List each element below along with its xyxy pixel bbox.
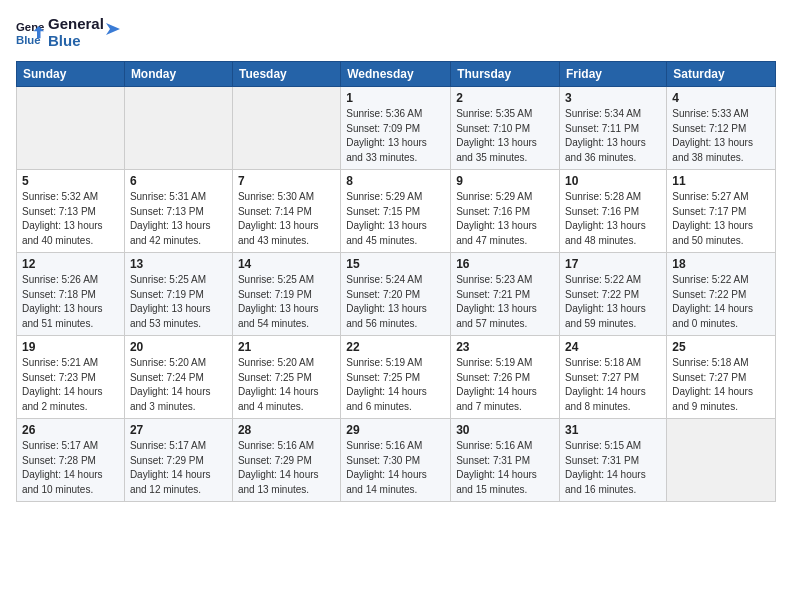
calendar-day-cell: 14Sunrise: 5:25 AM Sunset: 7:19 PM Dayli… <box>232 253 340 336</box>
day-number: 11 <box>672 174 770 188</box>
calendar-day-cell <box>232 87 340 170</box>
day-number: 22 <box>346 340 445 354</box>
day-info: Sunrise: 5:27 AM Sunset: 7:17 PM Dayligh… <box>672 190 770 248</box>
calendar-day-cell: 31Sunrise: 5:15 AM Sunset: 7:31 PM Dayli… <box>560 419 667 502</box>
day-info: Sunrise: 5:25 AM Sunset: 7:19 PM Dayligh… <box>238 273 335 331</box>
day-info: Sunrise: 5:18 AM Sunset: 7:27 PM Dayligh… <box>565 356 661 414</box>
day-number: 20 <box>130 340 227 354</box>
day-info: Sunrise: 5:26 AM Sunset: 7:18 PM Dayligh… <box>22 273 119 331</box>
day-number: 26 <box>22 423 119 437</box>
calendar-day-cell: 22Sunrise: 5:19 AM Sunset: 7:25 PM Dayli… <box>341 336 451 419</box>
day-info: Sunrise: 5:23 AM Sunset: 7:21 PM Dayligh… <box>456 273 554 331</box>
weekday-header-cell: Wednesday <box>341 62 451 87</box>
day-number: 29 <box>346 423 445 437</box>
day-info: Sunrise: 5:24 AM Sunset: 7:20 PM Dayligh… <box>346 273 445 331</box>
day-info: Sunrise: 5:16 AM Sunset: 7:31 PM Dayligh… <box>456 439 554 497</box>
calendar-day-cell: 19Sunrise: 5:21 AM Sunset: 7:23 PM Dayli… <box>17 336 125 419</box>
calendar-day-cell: 28Sunrise: 5:16 AM Sunset: 7:29 PM Dayli… <box>232 419 340 502</box>
calendar-day-cell: 8Sunrise: 5:29 AM Sunset: 7:15 PM Daylig… <box>341 170 451 253</box>
day-info: Sunrise: 5:22 AM Sunset: 7:22 PM Dayligh… <box>672 273 770 331</box>
weekday-header-cell: Tuesday <box>232 62 340 87</box>
calendar-day-cell: 12Sunrise: 5:26 AM Sunset: 7:18 PM Dayli… <box>17 253 125 336</box>
day-info: Sunrise: 5:31 AM Sunset: 7:13 PM Dayligh… <box>130 190 227 248</box>
calendar-day-cell: 20Sunrise: 5:20 AM Sunset: 7:24 PM Dayli… <box>124 336 232 419</box>
day-number: 17 <box>565 257 661 271</box>
calendar-day-cell: 24Sunrise: 5:18 AM Sunset: 7:27 PM Dayli… <box>560 336 667 419</box>
weekday-header-cell: Saturday <box>667 62 776 87</box>
calendar-week-row: 26Sunrise: 5:17 AM Sunset: 7:28 PM Dayli… <box>17 419 776 502</box>
calendar-header: General Blue General Blue <box>16 16 776 49</box>
calendar-day-cell: 25Sunrise: 5:18 AM Sunset: 7:27 PM Dayli… <box>667 336 776 419</box>
calendar-week-row: 1Sunrise: 5:36 AM Sunset: 7:09 PM Daylig… <box>17 87 776 170</box>
day-number: 25 <box>672 340 770 354</box>
calendar-day-cell: 21Sunrise: 5:20 AM Sunset: 7:25 PM Dayli… <box>232 336 340 419</box>
day-number: 27 <box>130 423 227 437</box>
day-number: 9 <box>456 174 554 188</box>
day-info: Sunrise: 5:34 AM Sunset: 7:11 PM Dayligh… <box>565 107 661 165</box>
day-number: 2 <box>456 91 554 105</box>
day-info: Sunrise: 5:36 AM Sunset: 7:09 PM Dayligh… <box>346 107 445 165</box>
calendar-day-cell: 3Sunrise: 5:34 AM Sunset: 7:11 PM Daylig… <box>560 87 667 170</box>
calendar-day-cell: 15Sunrise: 5:24 AM Sunset: 7:20 PM Dayli… <box>341 253 451 336</box>
calendar-day-cell: 4Sunrise: 5:33 AM Sunset: 7:12 PM Daylig… <box>667 87 776 170</box>
day-number: 16 <box>456 257 554 271</box>
day-info: Sunrise: 5:30 AM Sunset: 7:14 PM Dayligh… <box>238 190 335 248</box>
day-number: 24 <box>565 340 661 354</box>
weekday-header-cell: Thursday <box>451 62 560 87</box>
day-number: 18 <box>672 257 770 271</box>
calendar-day-cell: 13Sunrise: 5:25 AM Sunset: 7:19 PM Dayli… <box>124 253 232 336</box>
day-number: 28 <box>238 423 335 437</box>
calendar-day-cell <box>124 87 232 170</box>
day-number: 23 <box>456 340 554 354</box>
day-number: 1 <box>346 91 445 105</box>
logo-icon: General Blue <box>16 19 44 47</box>
day-number: 3 <box>565 91 661 105</box>
day-number: 15 <box>346 257 445 271</box>
day-info: Sunrise: 5:17 AM Sunset: 7:29 PM Dayligh… <box>130 439 227 497</box>
weekday-header-cell: Friday <box>560 62 667 87</box>
day-number: 14 <box>238 257 335 271</box>
day-number: 30 <box>456 423 554 437</box>
svg-text:Blue: Blue <box>16 33 41 45</box>
calendar-day-cell: 27Sunrise: 5:17 AM Sunset: 7:29 PM Dayli… <box>124 419 232 502</box>
day-number: 7 <box>238 174 335 188</box>
day-info: Sunrise: 5:17 AM Sunset: 7:28 PM Dayligh… <box>22 439 119 497</box>
calendar-table: SundayMondayTuesdayWednesdayThursdayFrid… <box>16 61 776 502</box>
day-number: 31 <box>565 423 661 437</box>
day-info: Sunrise: 5:29 AM Sunset: 7:15 PM Dayligh… <box>346 190 445 248</box>
day-info: Sunrise: 5:19 AM Sunset: 7:26 PM Dayligh… <box>456 356 554 414</box>
day-number: 13 <box>130 257 227 271</box>
calendar-day-cell: 11Sunrise: 5:27 AM Sunset: 7:17 PM Dayli… <box>667 170 776 253</box>
weekday-header-cell: Sunday <box>17 62 125 87</box>
day-number: 8 <box>346 174 445 188</box>
day-info: Sunrise: 5:32 AM Sunset: 7:13 PM Dayligh… <box>22 190 119 248</box>
day-info: Sunrise: 5:25 AM Sunset: 7:19 PM Dayligh… <box>130 273 227 331</box>
calendar-day-cell: 10Sunrise: 5:28 AM Sunset: 7:16 PM Dayli… <box>560 170 667 253</box>
day-number: 10 <box>565 174 661 188</box>
calendar-day-cell: 26Sunrise: 5:17 AM Sunset: 7:28 PM Dayli… <box>17 419 125 502</box>
calendar-day-cell: 30Sunrise: 5:16 AM Sunset: 7:31 PM Dayli… <box>451 419 560 502</box>
calendar-week-row: 12Sunrise: 5:26 AM Sunset: 7:18 PM Dayli… <box>17 253 776 336</box>
day-info: Sunrise: 5:16 AM Sunset: 7:30 PM Dayligh… <box>346 439 445 497</box>
day-info: Sunrise: 5:33 AM Sunset: 7:12 PM Dayligh… <box>672 107 770 165</box>
logo-text-line1: General <box>48 16 104 33</box>
day-info: Sunrise: 5:15 AM Sunset: 7:31 PM Dayligh… <box>565 439 661 497</box>
day-info: Sunrise: 5:19 AM Sunset: 7:25 PM Dayligh… <box>346 356 445 414</box>
calendar-day-cell <box>17 87 125 170</box>
day-number: 5 <box>22 174 119 188</box>
calendar-day-cell: 29Sunrise: 5:16 AM Sunset: 7:30 PM Dayli… <box>341 419 451 502</box>
day-info: Sunrise: 5:29 AM Sunset: 7:16 PM Dayligh… <box>456 190 554 248</box>
day-info: Sunrise: 5:22 AM Sunset: 7:22 PM Dayligh… <box>565 273 661 331</box>
day-info: Sunrise: 5:20 AM Sunset: 7:24 PM Dayligh… <box>130 356 227 414</box>
logo: General Blue General Blue <box>16 16 120 49</box>
day-info: Sunrise: 5:20 AM Sunset: 7:25 PM Dayligh… <box>238 356 335 414</box>
day-number: 4 <box>672 91 770 105</box>
calendar-day-cell: 9Sunrise: 5:29 AM Sunset: 7:16 PM Daylig… <box>451 170 560 253</box>
day-number: 12 <box>22 257 119 271</box>
calendar-day-cell: 18Sunrise: 5:22 AM Sunset: 7:22 PM Dayli… <box>667 253 776 336</box>
calendar-day-cell: 16Sunrise: 5:23 AM Sunset: 7:21 PM Dayli… <box>451 253 560 336</box>
weekday-header-cell: Monday <box>124 62 232 87</box>
calendar-day-cell <box>667 419 776 502</box>
calendar-day-cell: 7Sunrise: 5:30 AM Sunset: 7:14 PM Daylig… <box>232 170 340 253</box>
day-info: Sunrise: 5:21 AM Sunset: 7:23 PM Dayligh… <box>22 356 119 414</box>
